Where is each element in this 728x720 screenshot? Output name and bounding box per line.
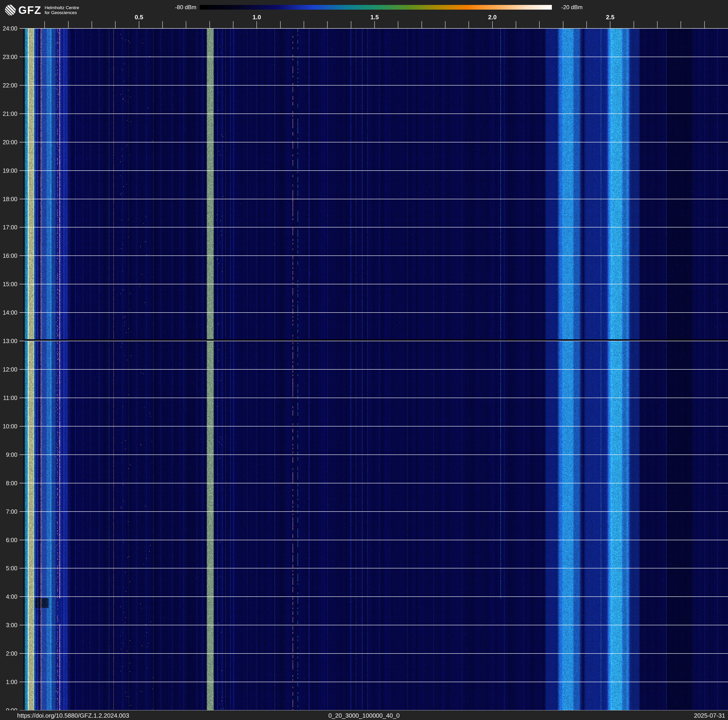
time-label: 23:00 — [0, 54, 17, 60]
hour-gridline — [20, 426, 728, 426]
time-label: 3:00 — [0, 622, 17, 628]
time-label: 17:00 — [0, 224, 17, 231]
x-axis-tick — [704, 21, 705, 28]
hour-gridline — [20, 483, 728, 483]
x-axis-tick — [280, 21, 281, 28]
x-axis-tick — [257, 21, 257, 28]
hour-gridline — [20, 227, 728, 227]
colorbar-max-label: -20 dBm — [561, 4, 583, 11]
x-axis-tick — [563, 21, 563, 28]
x-axis-tick — [233, 21, 233, 28]
x-axis-tick — [139, 21, 139, 28]
time-label: 6:00 — [0, 537, 17, 543]
colorbar-gradient — [200, 5, 552, 10]
x-axis-tick — [115, 21, 116, 28]
x-axis-tick — [516, 21, 516, 28]
hour-gridline — [20, 625, 728, 625]
x-axis-tick — [327, 21, 327, 28]
x-axis-tick — [210, 21, 210, 28]
time-label: 18:00 — [0, 196, 17, 202]
footer-code: 0_20_3000_100000_40_0 — [0, 710, 728, 720]
hour-gridline — [20, 284, 728, 284]
time-label: 12:00 — [0, 366, 17, 373]
time-label: 15:00 — [0, 281, 17, 287]
hour-gridline — [20, 341, 728, 341]
hour-gridline — [20, 256, 728, 256]
time-label: 9:00 — [0, 451, 17, 458]
hour-gridline — [20, 85, 728, 86]
gfz-logo: GFZ Helmholtz Centre for Geosciences — [5, 4, 79, 17]
time-label: 8:00 — [0, 480, 17, 486]
footer-date: 2025-07-31 — [694, 710, 725, 720]
time-label: 19:00 — [0, 167, 17, 174]
gfz-logo-icon — [5, 5, 16, 16]
hour-gridline — [20, 398, 728, 398]
hour-gridline — [20, 568, 728, 568]
time-label: 11:00 — [0, 395, 17, 401]
x-axis-tick — [374, 21, 375, 28]
x-axis-tick — [162, 21, 163, 28]
gfz-org-line2: for Geosciences — [44, 10, 77, 15]
x-axis-tick — [539, 21, 540, 28]
x-axis-tick — [304, 21, 304, 28]
x-axis-label: 1.0 — [247, 14, 266, 21]
hour-gridline — [20, 653, 728, 654]
hour-gridline — [20, 170, 728, 171]
x-axis-label: 0.5 — [130, 14, 148, 21]
x-axis-tick — [610, 21, 610, 28]
hour-gridline — [20, 540, 728, 540]
colorbar-min-label: -80 dBm — [145, 4, 196, 11]
x-axis-tick — [186, 21, 186, 28]
x-axis-label: 2.0 — [483, 14, 502, 21]
x-axis-tick — [633, 21, 634, 28]
footer: https://doi.org/10.5880/GFZ.1.2.2024.003… — [0, 710, 728, 720]
x-axis-tick — [92, 21, 92, 28]
hour-gridline — [20, 511, 728, 512]
time-label: 2:00 — [0, 650, 17, 657]
x-axis-tick — [422, 21, 422, 28]
x-axis-tick — [398, 21, 398, 28]
hour-gridline — [20, 455, 728, 455]
time-label: 16:00 — [0, 252, 17, 259]
x-axis-label: 1.5 — [365, 14, 384, 21]
x-axis-tick — [492, 21, 493, 28]
hour-gridline — [20, 369, 728, 370]
x-axis-tick — [44, 21, 45, 28]
hour-gridline — [20, 682, 728, 682]
gfz-org-line1: Helmholtz Centre — [44, 5, 79, 10]
time-label: 5:00 — [0, 565, 17, 571]
time-label: 10:00 — [0, 423, 17, 430]
time-label: 1:00 — [0, 679, 17, 685]
gfz-org-text: Helmholtz Centre for Geosciences — [44, 5, 79, 15]
time-label: 20:00 — [0, 139, 17, 146]
hour-gridline — [20, 199, 728, 199]
x-axis-tick — [468, 21, 469, 28]
hour-gridline — [20, 596, 728, 597]
x-axis-tick — [586, 21, 587, 28]
time-label: 7:00 — [0, 508, 17, 515]
hour-gridline — [20, 312, 728, 313]
x-axis-tick — [68, 21, 69, 28]
hour-gridline — [20, 28, 728, 29]
time-label: 4:00 — [0, 593, 17, 600]
time-label: 13:00 — [0, 338, 17, 344]
hour-gridline — [20, 142, 728, 142]
x-axis-tick — [657, 21, 658, 28]
time-label: 22:00 — [0, 82, 17, 89]
hour-gridline — [20, 113, 728, 114]
time-label: 21:00 — [0, 110, 17, 117]
time-label: 14:00 — [0, 309, 17, 316]
time-label: 24:00 — [0, 25, 17, 32]
x-axis-tick — [351, 21, 351, 28]
x-axis-label: 2.5 — [601, 14, 619, 21]
gfz-logo-text: GFZ — [18, 4, 41, 17]
x-axis-tick — [445, 21, 445, 28]
hour-gridline — [20, 57, 728, 57]
x-axis-tick — [681, 21, 681, 28]
